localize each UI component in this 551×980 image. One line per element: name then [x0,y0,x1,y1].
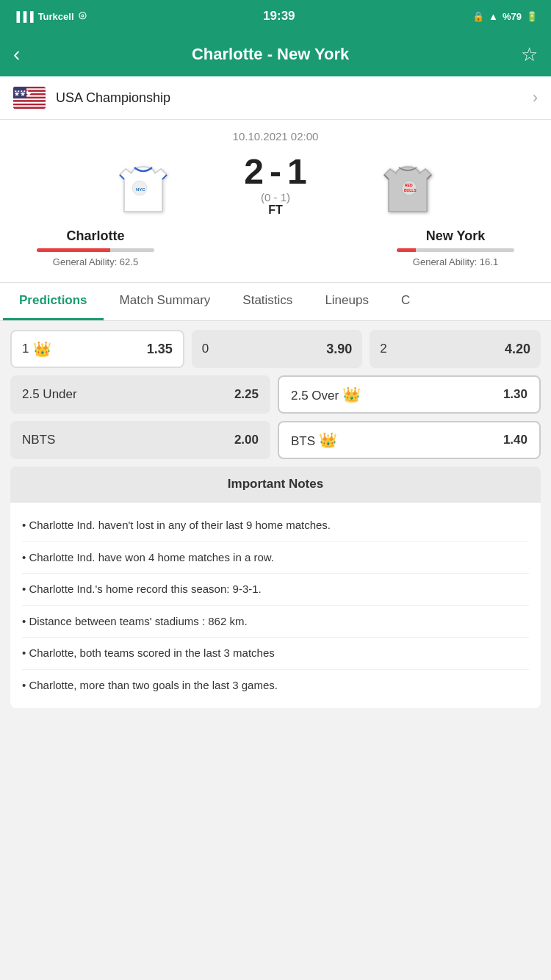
svg-rect-12 [13,107,46,109]
bts-value: 1.40 [503,433,527,447]
status-bar: ▐▐▐ Turkcell ⦾ 19:39 🔒 ▲ %79 🔋 [0,0,551,32]
tabs-inner: Predictions Match Summary Statistics Lin… [0,283,429,320]
over-label: 2.5 Over 👑 [291,386,361,403]
under-label: 2.5 Under [22,387,77,402]
usa-flag-icon: ★★★ ★★★★★ [13,87,46,109]
odds-1-label: 1 👑 [22,340,51,358]
odds-3-label: 2 [380,342,386,356]
note-item-1: • Charlotte Ind. haven't lost in any of … [22,510,529,542]
status-right: 🔒 ▲ %79 🔋 [472,11,538,22]
match-info: 10.10.2021 02:00 [0,120,551,283]
lock-icon: 🔒 [472,11,484,22]
header: ‹ Charlotte - New York ☆ [0,32,551,76]
odds-bts-cell[interactable]: BTS 👑 1.40 [278,421,541,459]
svg-text:RED: RED [405,183,413,187]
important-notes: Important Notes • Charlotte Ind. haven't… [10,466,541,708]
favorite-button[interactable]: ☆ [521,43,538,66]
odds-1-value: 1.35 [147,342,173,357]
tab-match-summary[interactable]: Match Summary [104,283,227,320]
location-icon: ▲ [489,11,498,22]
away-team-info: New York General Ability: 16.1 [382,226,529,267]
note-item-6: • Charlotte, more than two goals in the … [22,670,529,702]
odds-row-1: 1 👑 1.35 0 3.90 2 4.20 [10,330,541,368]
notes-header: Important Notes [10,466,541,502]
league-name: USA Championship [56,90,533,106]
bts-label: BTS 👑 [291,431,337,449]
svg-text:★★★★★: ★★★★★ [14,89,29,93]
home-score: 2 [244,153,264,192]
home-team-side: NYC [70,150,217,220]
away-team-side: RED BULLS [334,150,481,220]
svg-rect-11 [13,105,46,107]
odds-3-value: 4.20 [505,342,530,357]
away-ability-text: General Ability: 16.1 [382,256,529,267]
tab-predictions[interactable]: Predictions [3,283,104,320]
note-item-4: • Distance between teams' stadiums : 862… [22,606,529,638]
svg-text:BULLS: BULLS [404,188,417,192]
away-score: 1 [287,153,307,192]
svg-rect-7 [13,98,46,100]
score-separator: - [270,153,281,192]
odds-nbts-cell[interactable]: NBTS 2.00 [10,421,270,459]
home-jersey: NYC [110,150,176,220]
crown-icon-1: 👑 [33,340,51,358]
crown-icon-over: 👑 [342,386,361,403]
tabs-container: Predictions Match Summary Statistics Lin… [0,283,551,321]
odds-over-cell[interactable]: 2.5 Over 👑 1.30 [278,375,541,414]
battery-label: %79 [503,11,522,22]
odds-row-2: 2.5 Under 2.25 2.5 Over 👑 1.30 [10,375,541,414]
league-chevron-icon: › [533,88,538,107]
svg-text:NYC: NYC [136,187,145,192]
odds-row-3: NBTS 2.00 BTS 👑 1.40 [10,421,541,459]
under-value: 2.25 [234,387,259,402]
match-teams: NYC 2 - 1 (0 - 1) FT [15,150,536,220]
odds-cell-3[interactable]: 2 4.20 [370,330,541,368]
teams-ability: Charlotte General Ability: 62.5 New York… [15,226,536,267]
tab-more[interactable]: C [385,283,426,320]
notes-body: • Charlotte Ind. haven't lost in any of … [10,502,541,708]
nbts-value: 2.00 [234,433,259,447]
away-ability-bar [397,248,514,252]
home-ability-text: General Ability: 62.5 [22,256,169,267]
battery-icon: 🔋 [526,11,538,22]
wifi-icon: ⦾ [79,10,86,22]
svg-rect-9 [13,102,46,104]
odds-cell-2[interactable]: 0 3.90 [192,330,363,368]
svg-rect-10 [13,104,46,105]
crown-icon-bts: 👑 [319,432,337,448]
league-row[interactable]: ★★★ ★★★★★ USA Championship › [0,76,551,120]
note-item-3: • Charlotte Ind.'s home record this seas… [22,574,529,606]
score-center: 2 - 1 (0 - 1) FT [217,153,334,217]
halftime-score: (0 - 1) [261,191,290,203]
home-ability-bar [37,248,154,252]
match-status: FT [268,203,283,217]
status-time: 19:39 [263,9,295,24]
tab-lineups[interactable]: Lineups [309,283,385,320]
odds-2-label: 0 [202,342,209,356]
predictions-section: 1 👑 1.35 0 3.90 2 4.20 2.5 Under 2.25 2.… [0,321,551,717]
header-title: Charlotte - New York [20,45,521,64]
odds-under-cell[interactable]: 2.5 Under 2.25 [10,375,270,414]
back-button[interactable]: ‹ [13,43,20,66]
status-left: ▐▐▐ Turkcell ⦾ [13,10,86,22]
carrier-label: Turkcell [38,11,74,22]
match-date: 10.10.2021 02:00 [15,130,536,143]
away-team-name: New York [382,228,529,244]
note-item-2: • Charlotte Ind. have won 4 home matches… [22,542,529,574]
away-jersey: RED BULLS [375,150,441,220]
over-value: 1.30 [503,387,527,402]
note-item-5: • Charlotte, both teams scored in the la… [22,638,529,670]
signal-icon: ▐▐▐ [13,11,34,22]
odds-2-value: 3.90 [326,342,352,357]
svg-rect-8 [13,100,46,101]
odds-cell-1[interactable]: 1 👑 1.35 [10,330,184,368]
tab-statistics[interactable]: Statistics [226,283,309,320]
home-team-info: Charlotte General Ability: 62.5 [22,226,169,267]
nbts-label: NBTS [22,433,55,447]
home-team-name: Charlotte [22,228,169,244]
